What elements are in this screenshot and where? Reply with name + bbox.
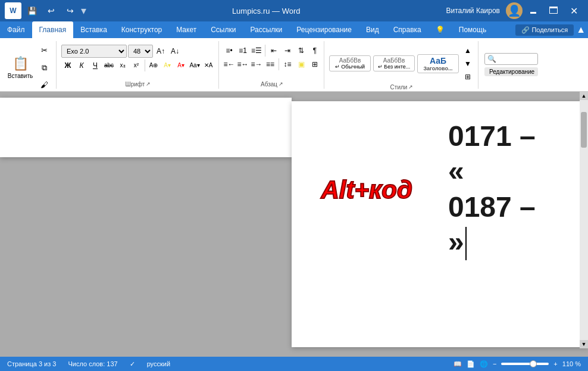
styles-label: Стили ↗	[329, 84, 474, 91]
scroll-track	[581, 100, 587, 340]
zoom-in-button[interactable]: +	[553, 360, 557, 367]
align-center-button[interactable]: ≡↔	[236, 58, 249, 70]
line-spacing-button[interactable]: ↕≡	[281, 58, 294, 70]
align-right-button[interactable]: ≡→	[250, 58, 263, 70]
zoom-out-button[interactable]: −	[493, 360, 496, 367]
font-expand[interactable]: ↗	[146, 81, 151, 87]
shrink-font-button[interactable]: A↓	[168, 45, 182, 57]
para-sep1	[265, 45, 265, 57]
font-row1: Exo 2.0 48 A↑ A↓	[61, 45, 215, 58]
text-cursor	[465, 227, 467, 260]
styles-down[interactable]: ▼	[461, 58, 474, 70]
tab-assist[interactable]: Помощь	[452, 21, 493, 38]
tab-view[interactable]: Вид	[359, 21, 386, 38]
tab-references[interactable]: Ссылки	[204, 21, 243, 38]
superscript-button[interactable]: x²	[130, 60, 143, 71]
tab-home[interactable]: Главная	[32, 21, 74, 38]
align-left-button[interactable]: ≡←	[223, 58, 236, 70]
view-icon-read[interactable]: 📖	[453, 360, 462, 368]
proofing-icon: ✓	[130, 360, 135, 368]
scroll-down-button[interactable]: ▼	[580, 340, 588, 348]
multilevel-button[interactable]: ≡☰	[250, 45, 263, 57]
style-no-spacing[interactable]: AаБбВв ↵ Без инте...	[373, 55, 415, 71]
italic-button[interactable]: К	[75, 60, 88, 71]
sort-button[interactable]: ⇅	[295, 45, 308, 57]
tab-review[interactable]: Рецензирование	[289, 21, 359, 38]
ribbon-collapse[interactable]: ▲	[576, 24, 586, 35]
maximize-button[interactable]: 🗖	[544, 2, 563, 19]
highlight-button[interactable]: A▾	[161, 60, 174, 71]
show-marks-button[interactable]: ¶	[308, 45, 321, 57]
style-heading[interactable]: AаБ Заголово...	[417, 54, 459, 73]
page-info: Страница 3 из 3	[7, 360, 56, 367]
format-painter-button[interactable]: 🖌	[36, 77, 52, 93]
redo-button[interactable]: ↪	[62, 2, 79, 19]
grow-font-button[interactable]: A↑	[154, 45, 167, 57]
user-avatar[interactable]: 👤	[506, 2, 523, 19]
tab-mailings[interactable]: Рассылки	[243, 21, 289, 38]
zoom-percent[interactable]: 110 %	[562, 360, 581, 367]
font-case-button[interactable]: Aa▾	[188, 60, 201, 71]
zoom-thumb[interactable]	[530, 360, 537, 367]
title-bar-left: W 💾 ↩ ↪ ▾	[5, 2, 86, 19]
para-expand[interactable]: ↗	[279, 81, 283, 87]
clear-format-button[interactable]: ✕A	[202, 60, 215, 71]
status-bar: Страница 3 из 3 Число слов: 137 ✓ русски…	[0, 357, 588, 371]
font-color-button[interactable]: A▾	[174, 60, 187, 71]
tab-help[interactable]: Справка	[386, 21, 429, 38]
borders-button[interactable]: ⊞	[308, 58, 321, 70]
vertical-scrollbar[interactable]: ▲ ▼	[580, 92, 588, 348]
bold-button[interactable]: Ж	[61, 60, 74, 71]
editing-button[interactable]: Редактирование	[484, 67, 538, 76]
font-family-select[interactable]: Exo 2.0	[61, 45, 127, 58]
font-size-select[interactable]: 48	[128, 45, 153, 58]
styles-expand[interactable]: ↗	[408, 84, 413, 90]
copy-button[interactable]: ⧉	[36, 60, 52, 76]
para-controls: ≡• ≡1 ≡☰ ⇤ ⇥ ⇅ ¶ ≡← ≡↔ ≡→ ≡≡ ↕≡ ▣	[223, 42, 321, 70]
scroll-up-button[interactable]: ▲	[580, 92, 588, 100]
tab-layout[interactable]: Макет	[169, 21, 204, 38]
ribbon-right: 🔗 Поделиться ▲	[515, 21, 588, 38]
code-line-1: 0171 – «	[448, 119, 558, 188]
para-group: ≡• ≡1 ≡☰ ⇤ ⇥ ⇅ ¶ ≡← ≡↔ ≡→ ≡≡ ↕≡ ▣	[220, 41, 324, 89]
cut-button[interactable]: ✂	[36, 42, 52, 59]
view-icon-print[interactable]: 📄	[467, 360, 475, 368]
page-2[interactable]: Alt+код 0171 – « 0187 – »	[292, 101, 588, 347]
bullets-button[interactable]: ≡•	[223, 45, 236, 57]
alt-kod-label: Alt+код	[321, 176, 412, 204]
save-button[interactable]: 💾	[24, 2, 40, 19]
styles-up[interactable]: ▲	[461, 45, 474, 57]
minimize-button[interactable]: 🗕	[524, 2, 543, 19]
para-row1: ≡• ≡1 ≡☰ ⇤ ⇥ ⇅ ¶	[223, 45, 321, 57]
document-area[interactable]: Alt+код 0171 – « 0187 – »	[0, 92, 588, 357]
tab-insert[interactable]: Вставка	[73, 21, 114, 38]
paste-label: Вставить	[8, 73, 33, 79]
close-button[interactable]: ✕	[564, 2, 583, 19]
underline-button[interactable]: Ч	[89, 60, 102, 71]
tab-file[interactable]: Файл	[0, 21, 32, 38]
quick-access-more[interactable]: ▾	[81, 4, 86, 17]
page-content-row: Alt+код 0171 – « 0187 – »	[321, 119, 558, 260]
undo-button[interactable]: ↩	[43, 2, 60, 19]
search-box[interactable]: 🔍	[484, 53, 538, 65]
style-normal[interactable]: AаБбВв ↵ Обычный	[329, 55, 371, 71]
text-effects-button[interactable]: A⊕	[147, 60, 160, 71]
scroll-thumb[interactable]	[581, 112, 587, 148]
decrease-indent-button[interactable]: ⇤	[267, 45, 280, 57]
shading-button[interactable]: ▣	[295, 58, 308, 70]
strikethrough-button[interactable]: abc	[102, 60, 115, 71]
tab-lightbulb[interactable]: 💡	[429, 21, 452, 38]
styles-more[interactable]: ⊞	[461, 71, 474, 83]
tab-design[interactable]: Конструктор	[114, 21, 169, 38]
view-icon-web[interactable]: 🌐	[480, 360, 488, 368]
paste-icon: 📋	[12, 56, 29, 71]
editing-group: 🔍 Редактирование	[480, 41, 543, 89]
justify-button[interactable]: ≡≡	[264, 58, 277, 70]
subscript-button[interactable]: x₂	[116, 60, 129, 71]
title-bar-center: Lumpics.ru — Word	[232, 7, 301, 15]
paste-button[interactable]: 📋 Вставить	[6, 51, 35, 85]
numbering-button[interactable]: ≡1	[236, 45, 249, 57]
zoom-slider[interactable]	[501, 363, 549, 365]
increase-indent-button[interactable]: ⇥	[281, 45, 294, 57]
share-button[interactable]: 🔗 Поделиться	[515, 24, 574, 36]
